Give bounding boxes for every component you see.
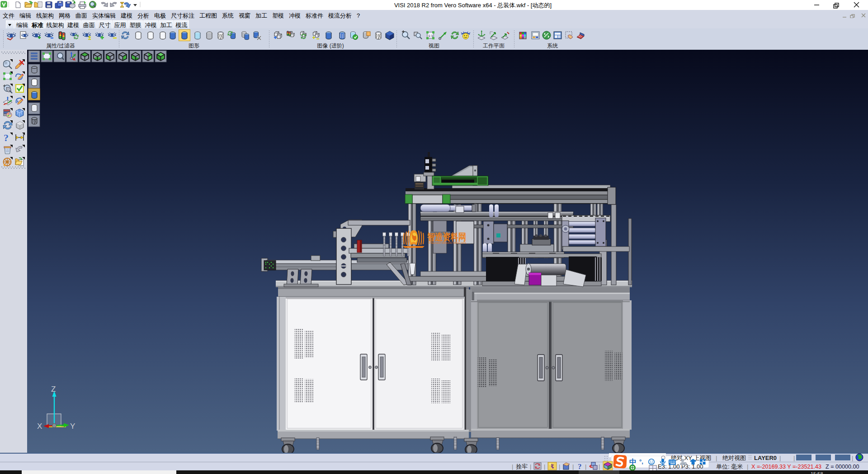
svg-text:?: ? [578,462,582,470]
svg-text:|: | [512,463,513,470]
svg-text:|: | [544,463,545,470]
svg-text:Z = 00000.00: Z = 00000.00 [826,464,859,470]
svg-text:绝对视图: 绝对视图 [722,455,746,461]
svg-text:智造资料网: 智造资料网 [427,232,466,242]
svg-text:中: 中 [629,458,637,466]
svg-text:|: | [716,455,717,461]
svg-text:X =-20169.33 Y =-23521.43: X =-20169.33 Y =-23521.43 [751,464,821,470]
svg-text:7: 7 [684,463,686,466]
svg-text:|: | [747,463,748,470]
svg-text:|: | [793,455,795,461]
svg-text:°,: °, [639,458,643,465]
svg-text:|: | [572,463,574,470]
svg-text:LAYER0: LAYER0 [754,455,777,461]
svg-text:|: | [852,455,853,461]
svg-text:|: | [599,463,600,470]
svg-text:拴牢: 拴牢 [516,463,528,470]
svg-text:Z: Z [51,385,56,393]
svg-text:?: ? [4,132,9,143]
svg-text:|: | [559,463,560,470]
svg-text:INTELLIGENT MANUFACTURING DATA: INTELLIGENT MANUFACTURING DATA [428,242,466,244]
svg-text:|: | [585,463,586,470]
svg-text:|: | [530,463,531,470]
svg-text:|: | [779,455,781,461]
svg-text:Y: Y [70,422,75,431]
svg-text:单位: 毫米: 单位: 毫米 [716,463,743,470]
svg-text:X: X [37,422,42,431]
